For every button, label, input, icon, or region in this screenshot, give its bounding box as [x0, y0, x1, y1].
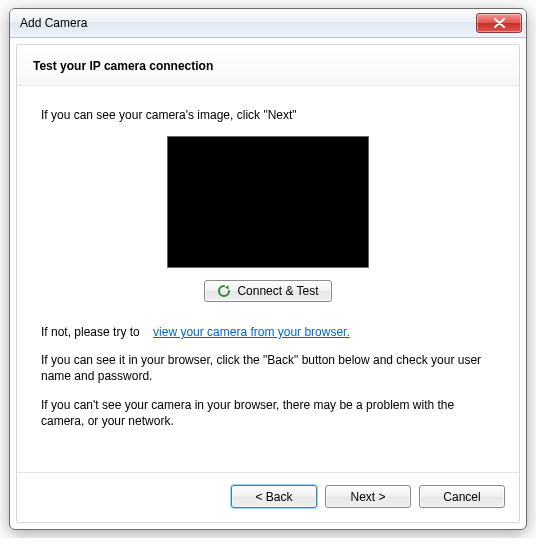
dialog-window: Add Camera Test your IP camera connectio…: [9, 8, 527, 530]
alt-instruction: If not, please try to view your camera f…: [41, 324, 495, 340]
footer-buttons: < Back Next > Cancel: [17, 472, 519, 522]
connect-test-label: Connect & Test: [237, 284, 318, 298]
connect-row: Connect & Test: [41, 280, 495, 302]
view-browser-link[interactable]: view your camera from your browser.: [153, 325, 350, 339]
browser-fail-text: If you can't see your camera in your bro…: [41, 397, 495, 429]
window-title: Add Camera: [20, 16, 87, 30]
connect-test-button[interactable]: Connect & Test: [204, 280, 331, 302]
cancel-label: Cancel: [443, 490, 480, 504]
content-panel: Test your IP camera connection If you ca…: [16, 44, 520, 523]
close-icon: [494, 18, 505, 28]
refresh-icon: [217, 284, 231, 298]
instruction-text: If you can see your camera's image, clic…: [41, 108, 495, 122]
browser-ok-text: If you can see it in your browser, click…: [41, 352, 495, 384]
next-label: Next >: [350, 490, 385, 504]
cancel-button[interactable]: Cancel: [419, 485, 505, 508]
back-label: < Back: [255, 490, 292, 504]
back-button[interactable]: < Back: [231, 485, 317, 508]
alt-prefix: If not, please try to: [41, 325, 140, 339]
page-heading: Test your IP camera connection: [17, 45, 519, 86]
camera-preview: [167, 136, 369, 268]
content-body: If you can see your camera's image, clic…: [17, 86, 519, 472]
client-area: Test your IP camera connection If you ca…: [10, 38, 526, 529]
titlebar: Add Camera: [10, 9, 526, 38]
close-button[interactable]: [476, 13, 522, 33]
next-button[interactable]: Next >: [325, 485, 411, 508]
